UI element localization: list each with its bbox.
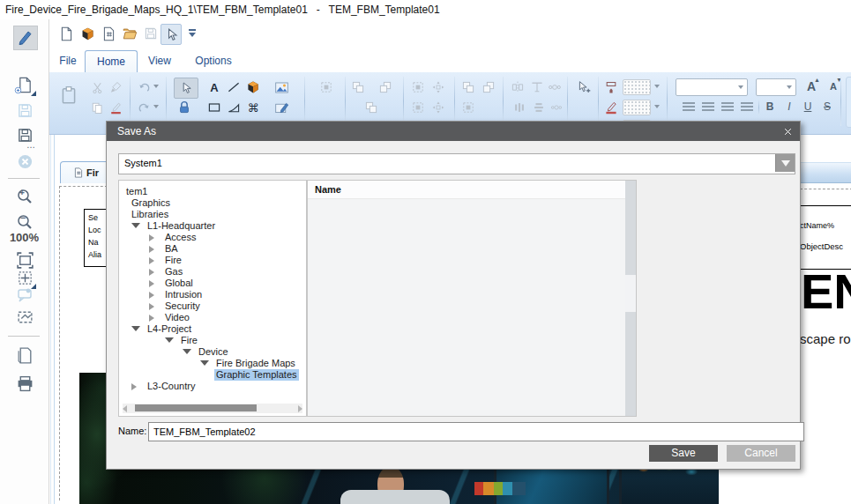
tree-item-label[interactable]: Graphic Templates [214, 369, 299, 381]
tree-item-label[interactable]: Intrusion [163, 289, 204, 300]
scrollbar-thumb[interactable] [625, 275, 636, 312]
shadow-icon[interactable] [460, 79, 476, 95]
tree-item[interactable]: Video [119, 312, 306, 323]
align-center-text-icon[interactable] [702, 102, 714, 112]
tree-horizontal-scrollbar[interactable] [123, 404, 302, 413]
comment-button[interactable] [13, 284, 36, 307]
undo-icon[interactable] [136, 79, 152, 95]
collapsed-arrow-icon[interactable] [149, 280, 154, 287]
tab-view[interactable]: View [138, 50, 182, 71]
list-vertical-scrollbar[interactable] [625, 181, 636, 416]
tab-options[interactable]: Options [185, 50, 242, 71]
color-camera-icon[interactable] [245, 79, 261, 95]
tree-item-label[interactable]: Video [163, 312, 191, 323]
order-icon[interactable] [363, 100, 379, 115]
collapsed-arrow-icon[interactable] [149, 234, 154, 241]
tree-item-label[interactable]: Fire [163, 255, 183, 266]
save-icon[interactable] [141, 24, 160, 43]
tree-item-label[interactable]: Gas [163, 266, 184, 278]
select-bounds-icon[interactable] [410, 79, 426, 95]
scrollbar-thumb[interactable] [135, 404, 257, 411]
redo-dropdown-icon[interactable] [153, 105, 159, 108]
tree-item[interactable]: Fire Brigade Maps [119, 358, 306, 369]
collapsed-arrow-icon[interactable] [149, 292, 154, 299]
select-tool-button[interactable] [174, 78, 198, 99]
pen-style-icon[interactable] [108, 100, 123, 115]
tree-item[interactable]: Device [119, 346, 306, 358]
tree-item-label[interactable]: L3-Country [146, 381, 197, 392]
justify-icon[interactable] [741, 102, 753, 112]
redo-icon[interactable] [136, 100, 152, 115]
tree-item[interactable]: Fire [119, 335, 306, 346]
tree-item-label[interactable]: Fire Brigade Maps [214, 358, 297, 369]
save-as-button[interactable]: … [13, 123, 36, 146]
resize-icon[interactable] [430, 79, 446, 95]
tree-item-label[interactable]: Graphics [130, 197, 172, 209]
effect-icon[interactable] [460, 100, 476, 115]
fill-dropdown-icon[interactable] [654, 85, 660, 88]
glow-icon[interactable] [481, 79, 496, 95]
collapsed-arrow-icon[interactable] [149, 269, 154, 276]
text-tool-button[interactable]: A [206, 79, 222, 95]
cut-icon[interactable] [89, 79, 105, 95]
select-points-icon[interactable] [410, 100, 426, 115]
tree-item[interactable]: Access [119, 232, 306, 243]
align-right-icon[interactable] [721, 102, 734, 112]
tree-item[interactable]: L4-Project [119, 323, 306, 335]
pointer-plus-icon[interactable] [576, 79, 592, 95]
new-document-icon[interactable] [56, 24, 76, 43]
align-center-icon[interactable] [511, 100, 527, 115]
close-icon[interactable] [781, 125, 795, 138]
bold-button[interactable]: B [763, 100, 777, 113]
paste-button[interactable] [56, 78, 81, 113]
zoom-in-button[interactable]: + [13, 185, 36, 208]
close-button[interactable] [13, 150, 36, 173]
toolbar-options-icon[interactable] [187, 29, 198, 38]
line-color-icon[interactable] [603, 100, 619, 115]
tree-item[interactable]: Graphics [119, 197, 306, 209]
align-left-icon[interactable] [683, 102, 695, 112]
tree-item-label[interactable]: L4-Project [146, 323, 193, 335]
undo-dropdown-icon[interactable] [153, 85, 159, 88]
line-tool-button[interactable] [226, 79, 242, 95]
distribute-v-icon[interactable] [549, 100, 564, 115]
scroll-left-icon[interactable] [123, 405, 127, 412]
insert-picture-button[interactable] [273, 79, 289, 95]
tree-item-label[interactable]: L1-Headquarter [146, 220, 217, 232]
marquee-icon[interactable] [318, 79, 334, 95]
expanded-arrow-icon[interactable] [183, 349, 191, 354]
tree-item[interactable]: BA [119, 243, 306, 255]
cancel-button[interactable]: Cancel [727, 445, 795, 462]
new-template-icon[interactable] [99, 24, 118, 43]
font-size-select[interactable] [756, 78, 796, 96]
align-top-icon[interactable] [529, 79, 545, 95]
expanded-arrow-icon[interactable] [200, 360, 209, 366]
tree-item-label[interactable]: tem1 [124, 186, 149, 197]
select-area-button[interactable] [13, 305, 36, 328]
tab-file[interactable]: File [51, 50, 85, 71]
tree-item[interactable]: L1-Headquarter [119, 220, 306, 232]
tree-item-label[interactable]: Security [163, 300, 202, 312]
tree-item[interactable]: Gas [119, 266, 306, 278]
save-button[interactable]: Save [649, 445, 718, 462]
send-backward-icon[interactable] [377, 79, 393, 95]
collapsed-arrow-icon[interactable] [149, 257, 154, 264]
print-button[interactable] [13, 372, 36, 395]
tree-item[interactable]: Graphic Templates [119, 369, 306, 381]
strikethrough-button[interactable]: S [820, 100, 834, 113]
spacing-icon[interactable] [547, 79, 563, 95]
underline-button[interactable]: U [801, 100, 815, 113]
workspace-cube-icon[interactable] [78, 24, 97, 43]
page-setup-button[interactable] [13, 344, 36, 367]
dropdown-arrow-icon[interactable] [775, 154, 795, 172]
save-button[interactable] [13, 99, 36, 122]
lock-icon[interactable] [176, 100, 192, 115]
tree-item[interactable]: Security [119, 300, 306, 312]
edit-pen-button[interactable] [13, 26, 38, 50]
collapsed-arrow-icon[interactable] [149, 303, 154, 310]
collapsed-arrow-icon[interactable] [149, 315, 154, 322]
zoom-level-button[interactable]: 100% [0, 231, 49, 244]
flip-icon[interactable] [510, 79, 526, 95]
collapsed-arrow-icon[interactable] [149, 246, 154, 253]
expanded-arrow-icon[interactable] [131, 326, 140, 331]
